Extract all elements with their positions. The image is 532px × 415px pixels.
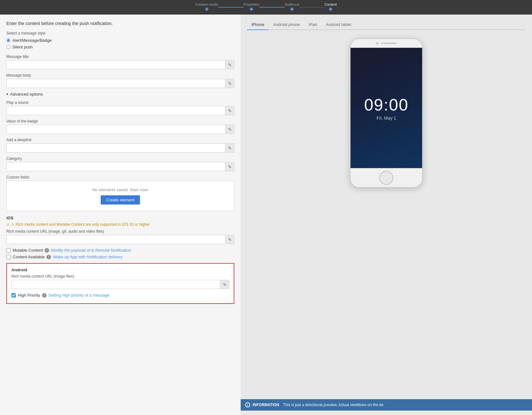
home-button[interactable] xyxy=(379,171,393,185)
category-label: Category xyxy=(6,156,234,161)
badge-value-input-wrap: ✎ xyxy=(6,125,234,134)
step-properties-label: Properties xyxy=(244,3,259,6)
android-rich-media-field: Rich media content URL (image files) ✎ xyxy=(11,274,229,289)
radio-silent-label: Silent push xyxy=(12,45,33,49)
radio-alert-label: Alert/Message/Badge xyxy=(12,38,52,43)
play-sound-label: Play a sound xyxy=(6,100,234,105)
content-available-label: Content Available xyxy=(13,255,45,259)
ios-rich-media-edit-btn[interactable]: ✎ xyxy=(225,235,234,244)
play-sound-field: Play a sound ✎ xyxy=(6,100,234,115)
badge-value-edit-btn[interactable]: ✎ xyxy=(225,125,234,134)
step-content: Content xyxy=(325,3,337,11)
badge-value-input[interactable] xyxy=(7,125,225,134)
high-priority-label: High Priority xyxy=(18,293,40,298)
deeplink-input-wrap: ✎ xyxy=(6,143,234,153)
content-available-checkbox[interactable] xyxy=(6,255,11,259)
message-title-edit-btn[interactable]: ✎ xyxy=(225,60,234,69)
custom-fields-label: Custom fields xyxy=(6,175,234,179)
info-banner-label: INFORMATION xyxy=(253,403,279,407)
progress-steps: Creation mode Properties Audience Conten… xyxy=(195,3,337,11)
category-input-wrap: ✎ xyxy=(6,162,234,171)
android-rich-media-edit-btn[interactable]: ✎ xyxy=(220,280,229,289)
radio-alert-input[interactable] xyxy=(6,38,10,42)
step-properties-dot xyxy=(250,8,253,11)
android-rich-media-input-wrap: ✎ xyxy=(11,280,229,289)
message-title-input-wrap: ✎ xyxy=(6,60,234,69)
phone-top-bar xyxy=(351,39,422,48)
left-panel: Enter the content before creating the pu… xyxy=(0,15,241,415)
step-properties: Properties xyxy=(244,3,259,11)
device-tabs: iPhone Android phone iPad Android tablet xyxy=(247,20,526,30)
deeplink-label: Add a deeplink xyxy=(6,138,234,142)
step-audience-dot xyxy=(290,8,294,11)
warning-icon: ⚠ xyxy=(6,222,10,227)
tab-android-phone[interactable]: Android phone xyxy=(269,20,304,30)
advanced-options-toggle[interactable]: ▾ Advanced options xyxy=(6,92,234,97)
ios-rich-media-label: Rich media content URL (image, gif, audi… xyxy=(6,229,234,234)
message-title-field: Message title ✎ xyxy=(6,54,234,69)
badge-value-field: Value of the badge ✎ xyxy=(6,119,234,134)
step-content-label: Content xyxy=(325,3,337,6)
mutable-content-checkbox[interactable] xyxy=(6,248,11,253)
tab-android-tablet[interactable]: Android tablet xyxy=(321,20,356,30)
content-available-link[interactable]: Wake up App with Notification delivery xyxy=(53,255,123,259)
android-rich-media-input[interactable] xyxy=(12,280,220,289)
android-rich-media-label: Rich media content URL (image files) xyxy=(11,274,229,279)
category-input[interactable] xyxy=(7,162,225,171)
mutable-content-info-icon[interactable]: i xyxy=(45,248,49,253)
phone-date: Fri, May 1 xyxy=(377,116,396,121)
progress-bar: Creation mode Properties Audience Conten… xyxy=(0,0,532,15)
content-available-info-icon[interactable]: i xyxy=(47,255,51,259)
android-section-header: Android xyxy=(11,267,229,272)
step-creation-mode-dot xyxy=(205,8,208,11)
info-banner-icon: i xyxy=(245,402,250,407)
phone-camera xyxy=(376,42,378,45)
radio-alert[interactable]: Alert/Message/Badge xyxy=(6,38,234,43)
page-description: Enter the content before creating the pu… xyxy=(6,21,234,26)
mutable-content-link[interactable]: Modify the payload of & Remote Notificat… xyxy=(51,248,131,253)
message-body-label: Message body xyxy=(6,73,234,78)
radio-silent[interactable]: Silent push xyxy=(6,45,234,49)
high-priority-info-icon[interactable]: i xyxy=(42,293,47,298)
radio-silent-input[interactable] xyxy=(6,45,10,49)
tab-ipad[interactable]: iPad xyxy=(304,20,321,30)
ios-warning: ⚠ ⚠ Rich media content and Mutable Conte… xyxy=(6,222,234,227)
deeplink-input[interactable] xyxy=(7,144,225,152)
play-sound-input[interactable] xyxy=(7,106,225,115)
step-creation-mode: Creation mode xyxy=(195,3,218,11)
phone-screen: 09:00 Fri, May 1 xyxy=(351,48,422,168)
high-priority-row: High Priority i Setting high priority of… xyxy=(11,293,229,298)
category-edit-btn[interactable]: ✎ xyxy=(225,162,234,171)
advanced-chevron-icon: ▾ xyxy=(6,92,8,96)
badge-value-label: Value of the badge xyxy=(6,119,234,123)
line-1 xyxy=(218,7,244,8)
message-body-edit-btn[interactable]: ✎ xyxy=(225,79,234,88)
custom-fields-box: No elements saved. Start now! Create ele… xyxy=(6,181,234,211)
step-audience-label: Audience xyxy=(285,3,299,6)
message-body-input-wrap: ✎ xyxy=(6,79,234,88)
high-priority-link[interactable]: Setting high priority of a message xyxy=(48,293,110,298)
content-available-row: Content Available i Wake up App with Not… xyxy=(6,255,234,259)
message-style-group: Alert/Message/Badge Silent push xyxy=(6,38,234,49)
high-priority-checkbox[interactable] xyxy=(11,293,16,298)
phone-bottom-bar xyxy=(351,168,422,187)
advanced-options-label: Advanced options xyxy=(10,92,43,97)
create-element-btn[interactable]: Create element xyxy=(101,195,140,204)
select-style-label: Select a message style xyxy=(6,31,234,35)
ios-rich-media-field: Rich media content URL (image, gif, audi… xyxy=(6,229,234,244)
message-title-input[interactable] xyxy=(7,60,225,69)
ios-rich-media-input-wrap: ✎ xyxy=(6,235,234,244)
ios-rich-media-input[interactable] xyxy=(7,235,225,244)
step-content-dot xyxy=(329,8,332,11)
ios-warning-text: ⚠ Rich media content and Mutable Content… xyxy=(11,222,150,227)
line-2 xyxy=(259,7,285,8)
category-field: Category ✎ xyxy=(6,156,234,171)
mutable-content-row: Mutable Content i Modify the payload of … xyxy=(6,248,234,253)
phone-mockup-container: 09:00 Fri, May 1 xyxy=(247,35,526,188)
play-sound-edit-btn[interactable]: ✎ xyxy=(225,106,234,115)
info-banner: i INFORMATION This is just a directional… xyxy=(241,399,532,411)
deeplink-edit-btn[interactable]: ✎ xyxy=(225,144,234,152)
tab-iphone[interactable]: iPhone xyxy=(247,20,269,30)
message-body-input[interactable] xyxy=(7,79,225,88)
no-elements-text: No elements saved. Start now! xyxy=(92,187,148,192)
